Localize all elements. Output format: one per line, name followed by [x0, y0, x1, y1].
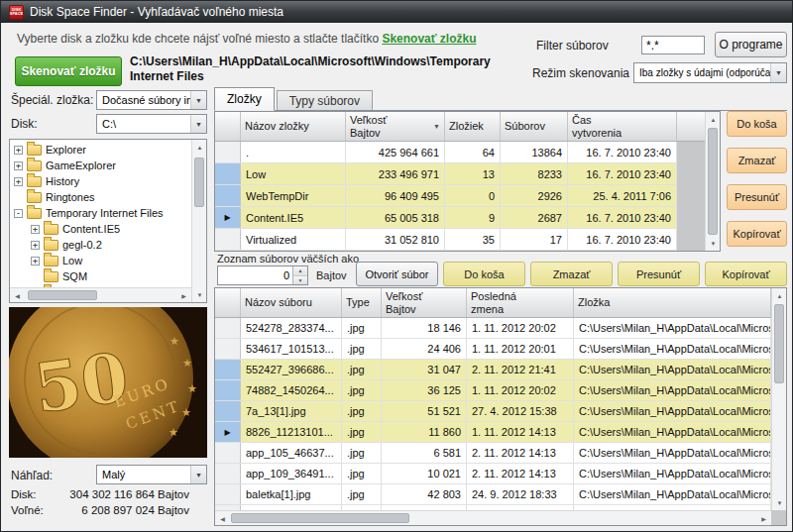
file-action-copy-button[interactable]: Kopírovať — [705, 262, 787, 286]
scroll-down-icon[interactable]: ▼ — [706, 236, 721, 251]
filter-input[interactable] — [641, 36, 705, 54]
tree-vertical-scrollbar[interactable]: ▲ ▼ — [191, 140, 206, 302]
column-header[interactable]: Veľkosť Bajtov▼ — [346, 112, 445, 141]
column-header[interactable]: Posledná zmena — [467, 288, 574, 317]
expand-icon[interactable]: + — [14, 177, 23, 186]
disk-select[interactable]: C:\ ▼ — [96, 114, 207, 134]
row-selector[interactable] — [215, 484, 241, 504]
titlebar[interactable]: DISK SPACE Disk Space Finder - Vyhľadáva… — [1, 1, 792, 23]
column-header[interactable]: Čas vytvorenia — [568, 112, 677, 141]
file-row[interactable]: 7a_13[1].jpg.jpg51 52127. 4. 2012 15:38C… — [215, 401, 771, 422]
spinner-up-icon[interactable]: ▲ — [293, 266, 307, 275]
expand-icon[interactable]: + — [14, 161, 23, 170]
scroll-up-icon[interactable]: ▲ — [772, 288, 787, 303]
folder-action-copy-button[interactable]: Kopírovať — [727, 221, 787, 247]
scroll-right-icon[interactable]: ▶ — [176, 288, 191, 303]
folders-vertical-scrollbar[interactable]: ▲ ▼ — [705, 112, 720, 251]
scroll-left-icon[interactable]: ◀ — [215, 511, 230, 526]
files-grid[interactable]: Názov súboruTypeVeľkosť BajtovPosledná z… — [214, 287, 787, 526]
about-button[interactable]: O programe — [715, 32, 787, 57]
min-size-input[interactable]: 0 ▲ ▼ — [217, 266, 308, 285]
file-row[interactable]: app_109_36491....jpg10 0212. 11. 2012 14… — [215, 464, 771, 484]
scan-folder-button[interactable]: Skenovať zložku — [15, 56, 122, 86]
scroll-right-icon[interactable]: ▶ — [756, 511, 771, 526]
file-row[interactable]: 552427_396686....jpg31 0472. 11. 2012 21… — [215, 360, 771, 380]
chevron-down-icon[interactable]: ▼ — [190, 466, 206, 483]
tree-horizontal-scrollbar[interactable]: ◀ ▶ — [10, 287, 191, 302]
scroll-down-icon[interactable]: ▼ — [192, 287, 207, 302]
scroll-up-icon[interactable]: ▲ — [192, 140, 207, 155]
row-selector[interactable] — [215, 318, 241, 338]
column-header[interactable]: Názov zložky — [241, 112, 346, 141]
row-selector[interactable] — [215, 360, 241, 379]
file-row[interactable]: app_105_46637....jpg6 5812. 11. 2012 14:… — [215, 443, 771, 464]
scroll-left-icon[interactable]: ◀ — [10, 288, 25, 303]
tree-item[interactable]: +Low — [10, 253, 191, 268]
folder-row[interactable]: Virtualized31 052 810351716. 7. 2010 23:… — [215, 229, 677, 251]
folder-row[interactable]: WebTempDir96 409 4950292625. 4. 2011 7:0… — [215, 185, 677, 207]
row-selector[interactable] — [215, 185, 241, 206]
spinner-down-icon[interactable]: ▼ — [293, 275, 307, 285]
tree-item[interactable]: Ringtones — [10, 189, 191, 205]
collapse-icon[interactable]: - — [14, 209, 23, 218]
chevron-down-icon[interactable]: ▼ — [770, 63, 786, 82]
chevron-down-icon[interactable]: ▼ — [190, 115, 206, 133]
file-action-delete-button[interactable]: Zmazať — [530, 262, 613, 286]
selected-row-arrow-icon[interactable]: ▶ — [215, 207, 241, 228]
tree-item[interactable]: -Temporary Internet Files — [10, 205, 191, 221]
row-selector[interactable] — [215, 443, 241, 463]
tree-item[interactable]: +History — [10, 173, 191, 189]
selected-row-arrow-icon[interactable]: ▶ — [215, 422, 241, 442]
row-selector[interactable] — [215, 380, 241, 400]
file-row[interactable]: baletka[1].jpg.jpg42 80324. 9. 2012 18:3… — [215, 484, 771, 505]
file-row[interactable]: 74882_1450264....jpg36 1251. 11. 2012 20… — [215, 380, 771, 401]
column-header[interactable]: Zložiek — [445, 112, 501, 141]
tab-file-types[interactable]: Typy súborov — [277, 90, 373, 110]
special-folder-select[interactable]: Dočasné súbory inter ▼ — [96, 90, 207, 110]
column-header[interactable]: Súborov — [501, 112, 568, 141]
tree-item[interactable]: SQM — [10, 268, 191, 284]
row-selector[interactable] — [215, 401, 241, 421]
expand-icon[interactable]: + — [31, 241, 40, 250]
folder-action-move-button[interactable]: Presunúť — [727, 184, 787, 210]
expand-icon[interactable]: + — [31, 257, 40, 266]
row-selector[interactable] — [215, 163, 241, 184]
row-selector[interactable] — [215, 229, 241, 250]
folders-grid[interactable]: Názov zložkyVeľkosť Bajtov▼ZložiekSúboro… — [214, 111, 721, 252]
scan-mode-select[interactable]: Iba zložky s údajmi (odporúčané) ▼ — [633, 62, 787, 83]
files-horizontal-scrollbar[interactable]: ◀ ▶ — [215, 510, 771, 525]
folder-row[interactable]: Low233 496 97113823316. 7. 2010 23:40 — [215, 163, 677, 185]
folder-action-delete-button[interactable]: Zmazať — [727, 148, 787, 173]
scroll-down-icon[interactable]: ▼ — [772, 495, 787, 510]
scroll-up-icon[interactable]: ▲ — [706, 112, 721, 127]
column-header[interactable]: Veľkosť Bajtov — [382, 288, 467, 317]
tree-item[interactable]: +Explorer — [10, 142, 191, 158]
scrollbar-thumb[interactable] — [774, 304, 784, 383]
tree-item[interactable]: +gegl-0.2 — [10, 237, 191, 253]
tab-folders[interactable]: Zložky — [214, 87, 275, 111]
scrollbar-thumb[interactable] — [194, 158, 204, 207]
files-vertical-scrollbar[interactable]: ▲ ▼ — [771, 288, 786, 510]
column-header[interactable]: Názov súboru — [241, 288, 342, 317]
expand-icon[interactable]: + — [31, 225, 40, 234]
column-header[interactable]: Type — [342, 288, 382, 317]
file-row[interactable]: 524278_283374....jpg18 1461. 11. 2012 20… — [215, 318, 771, 339]
tree-item[interactable]: +Content.IE5 — [10, 221, 191, 237]
scrollbar-thumb[interactable] — [28, 290, 97, 300]
file-action-trash-button[interactable]: Do koša — [443, 262, 525, 286]
expand-icon[interactable]: + — [14, 146, 23, 155]
preview-size-select[interactable]: Malý ▼ — [96, 465, 207, 484]
file-action-move-button[interactable]: Presunúť — [618, 262, 700, 286]
file-row[interactable]: 534617_101513....jpg24 4061. 11. 2012 20… — [215, 339, 771, 360]
scrollbar-thumb[interactable] — [231, 513, 409, 523]
scrollbar-thumb[interactable] — [708, 128, 718, 235]
row-selector[interactable] — [215, 464, 241, 483]
column-header[interactable]: Zložka — [574, 288, 771, 317]
open-file-button[interactable]: Otvoriť súbor — [356, 262, 438, 286]
scan-folder-link[interactable]: Skenovať zložku — [382, 32, 476, 46]
row-selector[interactable] — [215, 142, 241, 162]
row-selector[interactable] — [215, 339, 241, 359]
tree-item[interactable]: +GameExplorer — [10, 158, 191, 173]
folder-row[interactable]: .425 964 661641386416. 7. 2010 23:40 — [215, 142, 677, 163]
folder-tree[interactable]: +Explorer+GameExplorer+HistoryRingtones-… — [9, 139, 207, 303]
